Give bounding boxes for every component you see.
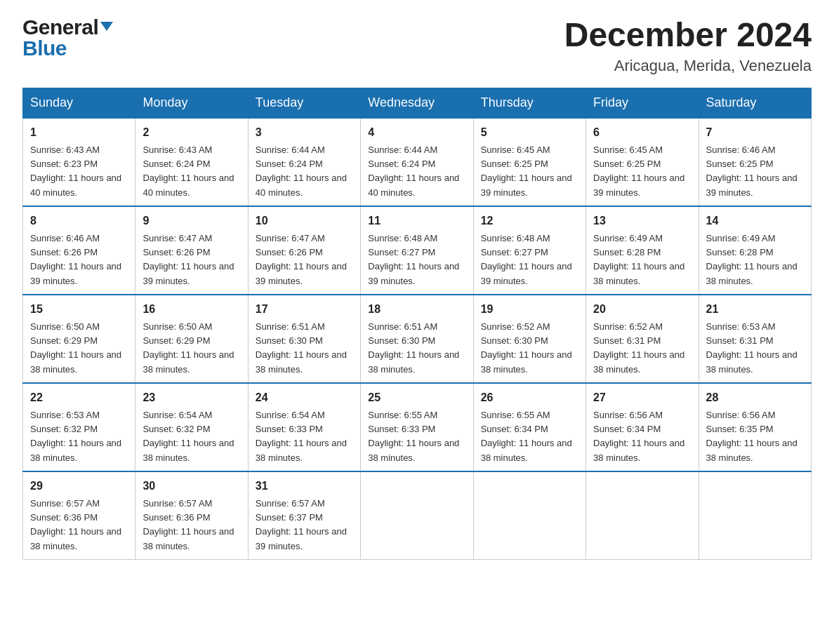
day-cell: 29Sunrise: 6:57 AMSunset: 6:36 PMDayligh… (23, 471, 135, 560)
day-number: 12 (481, 213, 578, 229)
week-row-3: 15Sunrise: 6:50 AMSunset: 6:29 PMDayligh… (23, 295, 812, 383)
day-info: Sunrise: 6:55 AMSunset: 6:34 PMDaylight:… (481, 410, 572, 463)
day-info: Sunrise: 6:44 AMSunset: 6:24 PMDaylight:… (256, 145, 347, 198)
logo-general-text: General (22, 17, 98, 38)
day-cell: 16Sunrise: 6:50 AMSunset: 6:29 PMDayligh… (135, 295, 248, 383)
logo-blue-text: Blue (22, 36, 67, 60)
day-number: 27 (593, 389, 691, 406)
day-info: Sunrise: 6:53 AMSunset: 6:32 PMDaylight:… (30, 410, 121, 463)
day-number: 29 (30, 478, 128, 495)
page-subtitle: Aricagua, Merida, Venezuela (564, 57, 812, 75)
day-number: 14 (706, 213, 804, 229)
day-number: 10 (256, 213, 353, 229)
day-info: Sunrise: 6:55 AMSunset: 6:33 PMDaylight:… (368, 410, 459, 463)
day-number: 23 (143, 389, 240, 406)
day-cell: 10Sunrise: 6:47 AMSunset: 6:26 PMDayligh… (248, 206, 360, 295)
header-wednesday: Wednesday (361, 88, 473, 118)
day-cell: 2Sunrise: 6:43 AMSunset: 6:24 PMDaylight… (135, 118, 248, 206)
day-number: 18 (368, 301, 465, 318)
week-row-5: 29Sunrise: 6:57 AMSunset: 6:36 PMDayligh… (23, 471, 812, 560)
header-sunday: Sunday (23, 88, 135, 118)
day-info: Sunrise: 6:50 AMSunset: 6:29 PMDaylight:… (143, 321, 234, 375)
day-cell: 7Sunrise: 6:46 AMSunset: 6:25 PMDaylight… (699, 118, 811, 206)
day-info: Sunrise: 6:47 AMSunset: 6:26 PMDaylight:… (256, 233, 347, 286)
day-cell: 30Sunrise: 6:57 AMSunset: 6:36 PMDayligh… (135, 471, 248, 560)
day-cell: 4Sunrise: 6:44 AMSunset: 6:24 PMDaylight… (361, 118, 473, 206)
day-cell: 18Sunrise: 6:51 AMSunset: 6:30 PMDayligh… (361, 295, 473, 383)
day-number: 1 (30, 124, 128, 141)
day-info: Sunrise: 6:51 AMSunset: 6:30 PMDaylight:… (368, 321, 459, 375)
calendar-header-row: SundayMondayTuesdayWednesdayThursdayFrid… (23, 88, 812, 118)
day-info: Sunrise: 6:57 AMSunset: 6:36 PMDaylight:… (143, 498, 234, 551)
day-number: 24 (256, 389, 353, 406)
day-number: 19 (481, 301, 578, 318)
day-cell: 21Sunrise: 6:53 AMSunset: 6:31 PMDayligh… (699, 295, 811, 383)
day-number: 15 (30, 301, 128, 318)
day-cell (473, 471, 585, 560)
day-number: 26 (481, 389, 578, 406)
day-info: Sunrise: 6:54 AMSunset: 6:32 PMDaylight:… (143, 410, 234, 463)
day-number: 4 (368, 124, 465, 141)
day-number: 6 (593, 124, 691, 141)
day-cell: 11Sunrise: 6:48 AMSunset: 6:27 PMDayligh… (361, 206, 473, 295)
day-info: Sunrise: 6:46 AMSunset: 6:26 PMDaylight:… (30, 233, 121, 286)
day-cell: 13Sunrise: 6:49 AMSunset: 6:28 PMDayligh… (586, 206, 699, 295)
day-number: 8 (30, 213, 128, 229)
header-friday: Friday (586, 88, 699, 118)
day-info: Sunrise: 6:56 AMSunset: 6:34 PMDaylight:… (593, 410, 684, 463)
day-cell: 14Sunrise: 6:49 AMSunset: 6:28 PMDayligh… (699, 206, 811, 295)
week-row-1: 1Sunrise: 6:43 AMSunset: 6:23 PMDaylight… (23, 118, 812, 206)
day-cell: 25Sunrise: 6:55 AMSunset: 6:33 PMDayligh… (361, 383, 473, 471)
day-cell (699, 471, 811, 560)
title-block: December 2024 Aricagua, Merida, Venezuel… (564, 17, 812, 75)
page-title: December 2024 (564, 17, 812, 54)
day-number: 5 (481, 124, 578, 141)
day-cell: 1Sunrise: 6:43 AMSunset: 6:23 PMDaylight… (23, 118, 135, 206)
week-row-4: 22Sunrise: 6:53 AMSunset: 6:32 PMDayligh… (23, 383, 812, 471)
day-cell: 17Sunrise: 6:51 AMSunset: 6:30 PMDayligh… (248, 295, 360, 383)
logo: General Blue (22, 17, 113, 59)
day-number: 28 (706, 389, 804, 406)
day-number: 20 (593, 301, 691, 318)
day-cell: 5Sunrise: 6:45 AMSunset: 6:25 PMDaylight… (473, 118, 585, 206)
day-cell: 31Sunrise: 6:57 AMSunset: 6:37 PMDayligh… (248, 471, 360, 560)
day-info: Sunrise: 6:57 AMSunset: 6:36 PMDaylight:… (30, 498, 121, 551)
day-cell: 15Sunrise: 6:50 AMSunset: 6:29 PMDayligh… (23, 295, 135, 383)
day-info: Sunrise: 6:48 AMSunset: 6:27 PMDaylight:… (481, 233, 572, 286)
day-info: Sunrise: 6:47 AMSunset: 6:26 PMDaylight:… (143, 233, 234, 286)
day-info: Sunrise: 6:52 AMSunset: 6:30 PMDaylight:… (481, 321, 572, 375)
day-cell: 28Sunrise: 6:56 AMSunset: 6:35 PMDayligh… (699, 383, 811, 471)
day-info: Sunrise: 6:57 AMSunset: 6:37 PMDaylight:… (256, 498, 347, 551)
day-cell: 23Sunrise: 6:54 AMSunset: 6:32 PMDayligh… (135, 383, 248, 471)
day-info: Sunrise: 6:50 AMSunset: 6:29 PMDaylight:… (30, 321, 121, 375)
day-cell: 9Sunrise: 6:47 AMSunset: 6:26 PMDaylight… (135, 206, 248, 295)
day-info: Sunrise: 6:49 AMSunset: 6:28 PMDaylight:… (706, 233, 797, 286)
logo-triangle-icon (100, 22, 113, 31)
day-cell: 3Sunrise: 6:44 AMSunset: 6:24 PMDaylight… (248, 118, 360, 206)
day-info: Sunrise: 6:49 AMSunset: 6:28 PMDaylight:… (593, 233, 684, 286)
day-number: 31 (256, 478, 353, 495)
calendar-table: SundayMondayTuesdayWednesdayThursdayFrid… (22, 88, 812, 560)
page-header: General Blue December 2024 Aricagua, Mer… (22, 17, 812, 75)
day-number: 21 (706, 301, 804, 318)
day-number: 17 (256, 301, 353, 318)
day-number: 30 (143, 478, 240, 495)
day-number: 2 (143, 124, 240, 141)
day-cell: 26Sunrise: 6:55 AMSunset: 6:34 PMDayligh… (473, 383, 585, 471)
day-cell (586, 471, 699, 560)
day-cell: 6Sunrise: 6:45 AMSunset: 6:25 PMDaylight… (586, 118, 699, 206)
day-number: 13 (593, 213, 691, 229)
header-saturday: Saturday (699, 88, 811, 118)
day-info: Sunrise: 6:53 AMSunset: 6:31 PMDaylight:… (706, 321, 797, 375)
day-number: 9 (143, 213, 240, 229)
day-info: Sunrise: 6:45 AMSunset: 6:25 PMDaylight:… (593, 145, 684, 198)
day-number: 22 (30, 389, 128, 406)
week-row-2: 8Sunrise: 6:46 AMSunset: 6:26 PMDaylight… (23, 206, 812, 295)
day-info: Sunrise: 6:52 AMSunset: 6:31 PMDaylight:… (593, 321, 684, 375)
day-info: Sunrise: 6:43 AMSunset: 6:24 PMDaylight:… (143, 145, 234, 198)
day-info: Sunrise: 6:48 AMSunset: 6:27 PMDaylight:… (368, 233, 459, 286)
day-number: 7 (706, 124, 804, 141)
day-info: Sunrise: 6:46 AMSunset: 6:25 PMDaylight:… (706, 145, 797, 198)
day-cell: 12Sunrise: 6:48 AMSunset: 6:27 PMDayligh… (473, 206, 585, 295)
day-number: 16 (143, 301, 240, 318)
